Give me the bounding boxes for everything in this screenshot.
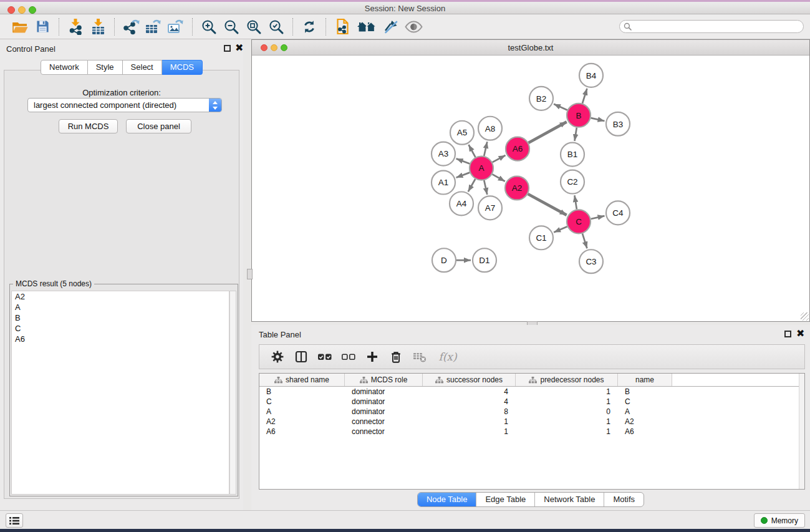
export-image-button[interactable]: [165, 17, 187, 37]
criterion-dropdown[interactable]: largest connected component (directed): [27, 98, 222, 112]
table-cell[interactable]: dominator: [345, 387, 423, 396]
table-cell[interactable]: A2: [259, 417, 345, 426]
mcds-result-list[interactable]: A2ABCA6: [11, 291, 229, 495]
table-row[interactable]: Cdominator41C: [259, 397, 804, 407]
graph-edge[interactable]: [554, 226, 567, 232]
import-table-button[interactable]: [87, 17, 109, 37]
tab-motifs[interactable]: Motifs: [604, 493, 644, 506]
delete-table-button[interactable]: [410, 347, 429, 366]
graph-edge[interactable]: [582, 89, 587, 104]
zoom-out-button[interactable]: [220, 17, 243, 37]
graph-edge[interactable]: [574, 127, 576, 140]
table-cell[interactable]: dominator: [345, 407, 423, 416]
search-field[interactable]: [619, 20, 804, 33]
graph-edge[interactable]: [582, 233, 587, 248]
table-cell[interactable]: C: [618, 397, 672, 406]
table-cell[interactable]: dominator: [345, 397, 423, 406]
tab-node-table[interactable]: Node Table: [418, 493, 476, 506]
column-header[interactable]: shared name: [259, 374, 345, 386]
window-titlebar[interactable]: Session: New Session: [0, 2, 810, 14]
table-cell[interactable]: connector: [345, 427, 423, 436]
graph-edge[interactable]: [456, 173, 470, 178]
mcds-result-item[interactable]: A2: [12, 291, 229, 302]
column-header[interactable]: name: [618, 374, 672, 386]
zoom-in-button[interactable]: [198, 17, 220, 37]
tab-network-table[interactable]: Network Table: [534, 493, 604, 506]
run-mcds-button[interactable]: Run MCDS: [59, 119, 118, 133]
table-cell[interactable]: B: [618, 387, 672, 396]
column-header[interactable]: MCDS role: [345, 374, 423, 386]
hide-annotations-button[interactable]: [380, 17, 402, 37]
graph-edge[interactable]: [554, 104, 567, 110]
table-row[interactable]: A2connector11A2: [259, 417, 804, 427]
refresh-button[interactable]: [298, 17, 321, 37]
home-button[interactable]: [354, 17, 380, 37]
resize-grip-icon[interactable]: [801, 312, 809, 321]
table-cell[interactable]: A: [618, 407, 672, 416]
tab-network[interactable]: Network: [41, 60, 88, 75]
table-close-icon[interactable]: ✖: [796, 328, 804, 339]
tab-style[interactable]: Style: [88, 60, 123, 75]
table-cell[interactable]: 4: [423, 397, 516, 406]
graph-edge[interactable]: [484, 142, 487, 156]
graph-edge[interactable]: [591, 216, 605, 219]
delete-column-button[interactable]: [387, 347, 405, 366]
table-cell[interactable]: A6: [259, 427, 345, 436]
show-graphics-details-button[interactable]: [402, 17, 425, 37]
graph-edge[interactable]: [484, 180, 487, 195]
table-cell[interactable]: A: [259, 407, 345, 416]
mcds-result-item[interactable]: A6: [12, 334, 229, 344]
table-cell[interactable]: connector: [345, 417, 423, 426]
mcds-result-item[interactable]: C: [12, 323, 229, 334]
graph-edge[interactable]: [528, 194, 567, 215]
column-header[interactable]: successor nodes: [423, 374, 516, 386]
table-cell[interactable]: B: [259, 387, 345, 396]
graph-edge[interactable]: [574, 195, 577, 209]
task-history-button[interactable]: [6, 513, 23, 528]
table-cell[interactable]: 1: [423, 427, 516, 436]
table-cell[interactable]: 1: [516, 427, 618, 436]
table-cell[interactable]: 1: [516, 397, 618, 406]
mcds-result-item[interactable]: A: [12, 302, 229, 312]
table-row[interactable]: Adominator80A: [259, 407, 804, 417]
save-session-button[interactable]: [31, 17, 54, 37]
select-all-button[interactable]: [316, 347, 334, 366]
graph-edge[interactable]: [493, 155, 506, 162]
float-panel-icon[interactable]: [224, 45, 231, 52]
graph-edge[interactable]: [456, 158, 470, 163]
tab-edge-table[interactable]: Edge Table: [476, 493, 534, 506]
table-cell[interactable]: 1: [516, 417, 618, 426]
table-cell[interactable]: A6: [618, 427, 672, 436]
mcds-result-item[interactable]: B: [12, 312, 229, 323]
table-cell[interactable]: 1: [423, 417, 516, 426]
table-cell[interactable]: 1: [516, 387, 618, 396]
clone-network-button[interactable]: [331, 17, 354, 37]
export-network-button[interactable]: [120, 17, 142, 37]
zoom-fit-button[interactable]: [243, 17, 265, 37]
graph-edge[interactable]: [468, 179, 475, 191]
table-row[interactable]: Bdominator41B: [259, 387, 804, 397]
table-float-icon[interactable]: [784, 331, 791, 337]
memory-button[interactable]: Memory: [754, 513, 805, 528]
table-cell[interactable]: C: [259, 397, 345, 406]
network-canvas[interactable]: B4B2BB3A8A5A6A3B1AC2A1A2A4A7C4CC1DD1C3: [252, 56, 809, 321]
column-layout-button[interactable]: [292, 347, 311, 366]
table-row[interactable]: A6connector11A6: [259, 427, 804, 437]
tab-mcds[interactable]: MCDS: [162, 60, 203, 75]
table-cell[interactable]: 0: [516, 407, 618, 416]
vertical-divider-grip[interactable]: [247, 269, 253, 279]
add-column-button[interactable]: [363, 347, 382, 366]
table-cell[interactable]: 8: [423, 407, 516, 416]
apply-function-button[interactable]: f(x): [434, 347, 461, 366]
close-panel-button[interactable]: Close panel: [126, 119, 191, 133]
graph-edge[interactable]: [492, 174, 504, 181]
mcds-result-scrollbar[interactable]: [229, 291, 236, 495]
import-network-button[interactable]: [64, 17, 87, 37]
table-cell[interactable]: 4: [423, 387, 516, 396]
close-panel-icon[interactable]: ✖: [235, 42, 243, 54]
tab-select[interactable]: Select: [123, 60, 162, 75]
column-header[interactable]: predecessor nodes: [516, 374, 618, 386]
deselect-all-button[interactable]: [339, 347, 358, 366]
search-input[interactable]: [634, 22, 803, 31]
open-session-button[interactable]: [9, 17, 31, 37]
